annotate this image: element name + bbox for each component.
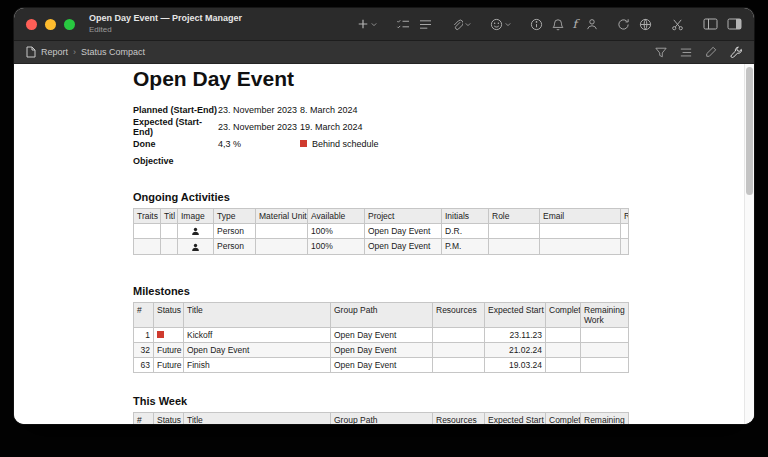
planned-end: 8. March 2024 (300, 105, 754, 115)
report-toolbar-icons (655, 46, 742, 58)
traffic-lights (26, 19, 75, 30)
zoom-button[interactable] (64, 19, 75, 30)
col-title: Title (184, 302, 331, 327)
contacts-icon[interactable] (586, 18, 598, 30)
add-icon[interactable] (357, 18, 377, 30)
info-icon[interactable] (530, 18, 543, 31)
expected-start: 23. November 2023 (218, 122, 300, 132)
page-title: Open Day Event (133, 67, 754, 91)
table-row: Person 100% Open Day Event P.M. (134, 239, 629, 254)
milestone-status-icon (154, 327, 184, 342)
refresh-icon[interactable] (617, 18, 630, 31)
col-number: # (134, 302, 154, 327)
report-toolbar: Report › Status Compact (14, 41, 754, 64)
this-week-heading: This Week (133, 395, 754, 407)
breadcrumb-status-compact[interactable]: Status Compact (81, 47, 145, 57)
col-complete: Complete (546, 302, 581, 327)
titlebar: Open Day Event — Project Manager Edited (14, 8, 754, 41)
window-title-block: Open Day Event — Project Manager Edited (89, 13, 242, 34)
col-expected-start: Expected Start (485, 412, 546, 424)
panel-left-icon[interactable] (703, 18, 718, 30)
planned-start: 23. November 2023 (218, 105, 300, 115)
person-icon (178, 239, 214, 254)
col-traits: Traits (134, 209, 161, 224)
col-status: Status (154, 302, 184, 327)
col-remaining-work: Remaining Work (581, 412, 629, 424)
col-complete: Complete (546, 412, 581, 424)
outline-icon[interactable] (680, 47, 692, 58)
this-week-table: # Status Title Group Path Resources Expe… (133, 412, 629, 424)
window-subtitle: Edited (89, 25, 242, 35)
done-label: Done (133, 139, 218, 149)
function-icon[interactable]: f (573, 18, 577, 30)
notifications-icon[interactable] (552, 18, 564, 31)
app-window: Open Day Event — Project Manager Edited (14, 8, 754, 424)
minimize-button[interactable] (45, 19, 56, 30)
ongoing-activities-table: Traits Titl Image Type Material Unit Ava… (133, 208, 629, 255)
window-title: Open Day Event — Project Manager (89, 13, 242, 24)
objective-label: Objective (133, 156, 218, 166)
style-pen-icon[interactable] (705, 46, 717, 58)
header-row: # Status Title Group Path Resources Expe… (134, 412, 629, 424)
col-expected-start: Expected Start (485, 302, 546, 327)
col-image: Image (178, 209, 214, 224)
col-role: Role (489, 209, 540, 224)
panel-right-icon[interactable] (727, 18, 742, 30)
col-group-path: Group Path (331, 412, 433, 424)
col-type: Type (214, 209, 256, 224)
close-button[interactable] (26, 19, 37, 30)
person-icon (178, 224, 214, 239)
breadcrumb-separator: › (73, 47, 76, 57)
table-row: 63 Future Finish Open Day Event 19.03.24 (134, 357, 629, 372)
col-group-path: Group Path (331, 302, 433, 327)
col-number: # (134, 412, 154, 424)
col-resources: Resources (433, 302, 485, 327)
col-r: R (621, 209, 629, 224)
main-toolbar: f (357, 18, 742, 31)
scrollbar-thumb[interactable] (746, 67, 753, 195)
expected-end: 19. March 2024 (300, 122, 754, 132)
milestones-table: # Status Title Group Path Resources Expe… (133, 302, 629, 373)
document-icon (26, 46, 36, 58)
milestones-heading: Milestones (133, 285, 754, 297)
table-row: 1 Kickoff Open Day Event 23.11.23 (134, 327, 629, 342)
attach-icon[interactable] (451, 18, 471, 31)
col-title: Title (184, 412, 331, 424)
report-page: Open Day Event Planned (Start-End) 23. N… (14, 64, 754, 424)
text-lines-icon[interactable] (419, 19, 432, 30)
vertical-scrollbar[interactable] (744, 64, 754, 424)
schedule-status: Behind schedule (300, 139, 754, 149)
table-row: 32 Future Open Day Event Open Day Event … (134, 342, 629, 357)
header-row: # Status Title Group Path Resources Expe… (134, 302, 629, 327)
summary-fields: Planned (Start-End) 23. November 2023 8.… (133, 101, 754, 169)
ongoing-activities-heading: Ongoing Activities (133, 191, 754, 203)
filter-icon[interactable] (655, 47, 667, 58)
checklist-icon[interactable] (396, 18, 410, 31)
table-row: Person 100% Open Day Event D.R. (134, 224, 629, 239)
col-project: Project (365, 209, 442, 224)
col-available: Available (308, 209, 365, 224)
breadcrumb-report[interactable]: Report (41, 47, 68, 57)
col-material-unit: Material Unit (256, 209, 308, 224)
globe-icon[interactable] (639, 18, 652, 31)
schedule-status-text: Behind schedule (312, 139, 379, 149)
behind-schedule-icon (300, 140, 307, 147)
breadcrumb: Report › Status Compact (26, 46, 145, 58)
col-email: Email (540, 209, 621, 224)
emoji-icon[interactable] (490, 18, 511, 31)
planned-label: Planned (Start-End) (133, 105, 218, 115)
tools-wrench-icon[interactable] (730, 46, 742, 58)
col-title: Titl (161, 209, 178, 224)
col-remaining-work: Remaining Work (581, 302, 629, 327)
col-status: Status (154, 412, 184, 424)
cut-icon[interactable] (671, 18, 684, 31)
report-content: Open Day Event Planned (Start-End) 23. N… (14, 64, 754, 424)
done-value: 4,3 % (218, 139, 300, 149)
col-initials: Initials (442, 209, 489, 224)
col-resources: Resources (433, 412, 485, 424)
header-row: Traits Titl Image Type Material Unit Ava… (134, 209, 629, 224)
expected-label: Expected (Start-End) (133, 117, 218, 137)
